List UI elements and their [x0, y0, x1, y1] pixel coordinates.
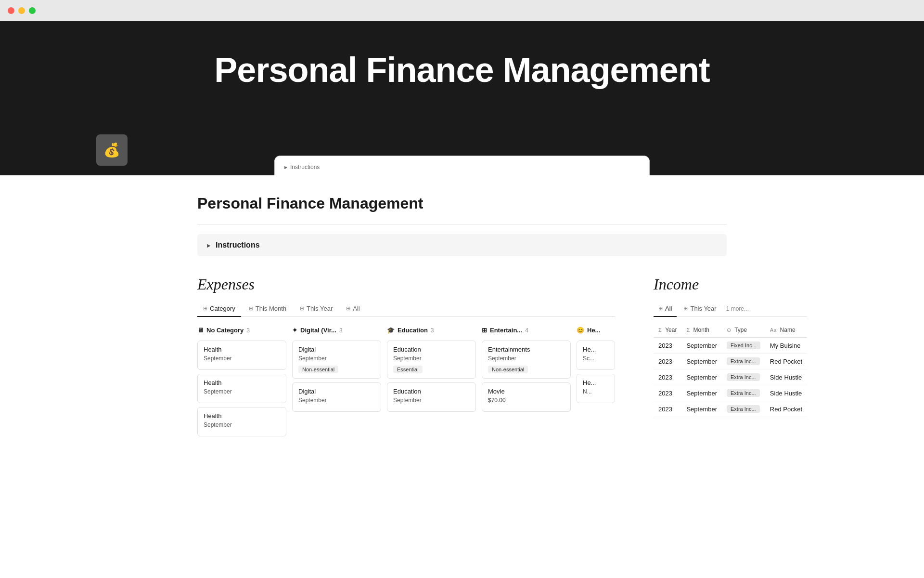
- col-type-header: ⊙ Type: [722, 323, 765, 338]
- card-tag: Non-essential: [298, 366, 338, 373]
- col-type-label: Type: [734, 327, 747, 333]
- cell-type: Extra Inc...: [722, 369, 765, 385]
- col-name-header: Aa Name: [765, 323, 807, 338]
- board-col-partial: 😊 He... He... Sc... He... N...: [577, 325, 615, 440]
- col-digital-count: 3: [339, 327, 343, 334]
- board-col-entertainment: ⊞ Entertain... 4 Entertainments Septembe…: [482, 325, 571, 440]
- triangle-icon: ▶: [284, 165, 287, 170]
- col-partial-name: He...: [587, 327, 600, 334]
- cell-month: September: [681, 369, 722, 385]
- hero-preview-card: ▶ Instructions: [274, 156, 650, 175]
- cell-name: Red Pocket: [765, 401, 807, 417]
- col-no-category-count: 3: [246, 327, 250, 334]
- arrow-icon: ▶: [207, 243, 211, 248]
- board-col-digital: ✦ Digital (Vir... 3 Digital September No…: [292, 325, 381, 440]
- cell-month: September: [681, 385, 722, 401]
- type-badge: Extra Inc...: [727, 389, 760, 397]
- expense-card[interactable]: Digital September: [292, 382, 381, 412]
- type-badge: Extra Inc...: [727, 357, 760, 365]
- table-row[interactable]: 2023 September Extra Inc... Red Pocket: [654, 354, 807, 369]
- cell-name: My Buisine: [765, 338, 807, 354]
- cell-type: Fixed Inc...: [722, 338, 765, 354]
- cell-year: 2023: [654, 338, 681, 354]
- col-month-header: Σ Month: [681, 323, 722, 338]
- cell-name: Side Hustle: [765, 385, 807, 401]
- expense-card[interactable]: Health September: [197, 341, 286, 370]
- tab-all[interactable]: ⊞ All: [340, 301, 365, 317]
- type-badge: Extra Inc...: [727, 373, 760, 381]
- hero-preview-label: Instructions: [290, 164, 320, 171]
- cell-month: September: [681, 338, 722, 354]
- expenses-title: Expenses: [197, 276, 615, 293]
- card-title: Education: [393, 388, 470, 395]
- grid-icon-5: ⊞: [658, 305, 663, 312]
- tab-this-year[interactable]: ⊞ This Year: [294, 301, 338, 317]
- col-month-label: Month: [693, 327, 709, 333]
- table-row[interactable]: 2023 September Extra Inc... Side Hustle: [654, 369, 807, 385]
- tab-all-label: All: [353, 305, 359, 312]
- grid-icon-2: ⊞: [249, 305, 253, 312]
- table-row[interactable]: 2023 September Fixed Inc... My Buisine: [654, 338, 807, 354]
- card-sub: September: [298, 397, 375, 404]
- col-entertainment-name: Entertain...: [490, 327, 522, 334]
- instructions-toggle[interactable]: ▶ Instructions: [197, 234, 727, 256]
- expenses-section: Expenses ⊞ Category ⊞ This Month ⊞ This …: [197, 276, 615, 440]
- close-button[interactable]: [8, 7, 14, 14]
- income-tab-all[interactable]: ⊞ All: [654, 301, 677, 317]
- income-title: Income: [654, 276, 807, 293]
- grid-icon-6: ⊞: [683, 305, 688, 312]
- expense-card[interactable]: Digital September Non-essential: [292, 341, 381, 379]
- minimize-button[interactable]: [18, 7, 25, 14]
- card-title: He...: [583, 346, 609, 353]
- page-content: Personal Finance Management ▶ Instructio…: [149, 175, 775, 460]
- expense-card[interactable]: Education September: [387, 382, 476, 412]
- table-row[interactable]: 2023 September Extra Inc... Side Hustle: [654, 385, 807, 401]
- table-row[interactable]: 2023 September Extra Inc... Red Pocket: [654, 401, 807, 417]
- card-title: Health: [204, 412, 280, 420]
- grid-icon-3: ⊞: [300, 305, 304, 312]
- main-content: Expenses ⊞ Category ⊞ This Month ⊞ This …: [197, 276, 727, 440]
- type-badge: Extra Inc...: [727, 405, 760, 413]
- card-sub: September: [298, 355, 375, 362]
- money-icon: 💰: [96, 134, 128, 166]
- instructions-label: Instructions: [216, 241, 260, 250]
- expense-card[interactable]: Health September: [197, 407, 286, 436]
- window-chrome: [0, 0, 924, 21]
- hero-banner: Personal Finance Management 💰 ▶ Instruct…: [0, 21, 924, 175]
- page-title: Personal Finance Management: [197, 195, 727, 212]
- col-entertainment-count: 4: [525, 327, 528, 334]
- col-year-label: Year: [665, 327, 677, 333]
- table-header-row: Σ Year Σ Month ⊙ Type Aa: [654, 323, 807, 338]
- card-sub: September: [488, 355, 565, 362]
- type-badge: Fixed Inc...: [727, 342, 760, 349]
- tab-category-label: Category: [210, 305, 235, 312]
- expense-card[interactable]: Entertainments September Non-essential: [482, 341, 571, 379]
- clock-icon: ⊙: [727, 327, 731, 333]
- cell-type: Extra Inc...: [722, 385, 765, 401]
- grid-icon-1: ⊞: [203, 305, 207, 312]
- expense-card[interactable]: He... N...: [577, 374, 615, 403]
- text-icon: Aa: [770, 327, 776, 333]
- income-more-link[interactable]: 1 more...: [723, 302, 752, 316]
- card-sub: September: [393, 355, 470, 362]
- income-tab-this-year[interactable]: ⊞ This Year: [679, 301, 721, 317]
- card-title: Digital: [298, 388, 375, 395]
- tab-this-month[interactable]: ⊞ This Month: [243, 301, 292, 317]
- card-title: Health: [204, 379, 280, 386]
- card-sub: Sc...: [583, 355, 609, 362]
- tab-category[interactable]: ⊞ Category: [197, 301, 241, 317]
- expense-card[interactable]: Health September: [197, 374, 286, 403]
- expenses-tab-bar: ⊞ Category ⊞ This Month ⊞ This Year ⊞ Al…: [197, 301, 615, 317]
- no-category-icon: 🖥: [197, 327, 204, 334]
- expense-card[interactable]: Movie $70.00: [482, 382, 571, 412]
- partial-icon: 😊: [577, 327, 584, 334]
- cell-name: Side Hustle: [765, 369, 807, 385]
- maximize-button[interactable]: [29, 7, 36, 14]
- expense-card[interactable]: He... Sc...: [577, 341, 615, 370]
- col-education-name: Education: [398, 327, 428, 334]
- card-title: Digital: [298, 346, 375, 353]
- cell-name: Red Pocket: [765, 354, 807, 369]
- expense-card[interactable]: Education September Essential: [387, 341, 476, 379]
- hero-title: Personal Finance Management: [19, 50, 905, 90]
- col-education-count: 3: [431, 327, 434, 334]
